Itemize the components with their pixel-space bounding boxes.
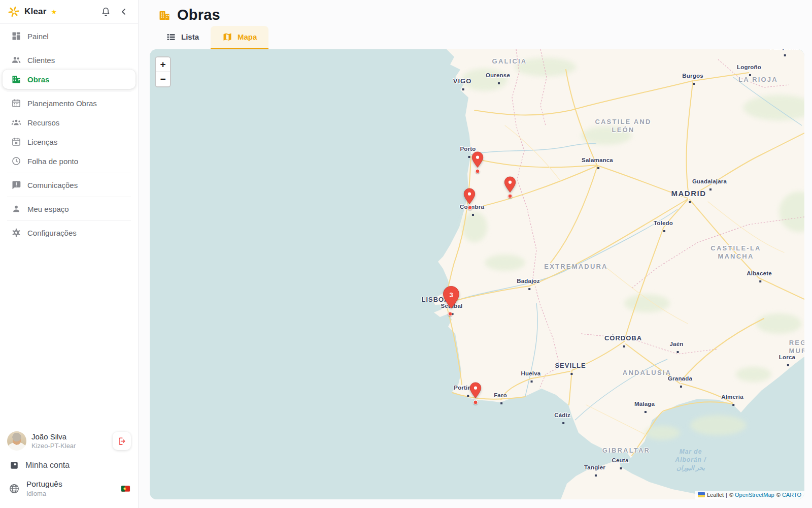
tab-lista[interactable]: Lista (154, 26, 211, 49)
map-canvas[interactable]: Pamplona GALICIA Ourense VIGO Burgos (150, 49, 804, 499)
language-caption: Idioma (26, 489, 62, 498)
sidebar: Klear ★ Painel Clientes Obras (0, 0, 139, 508)
sidebar-item-obras[interactable]: Obras (3, 70, 136, 89)
map-marker-pin[interactable] (504, 176, 517, 193)
sidebar-item-comunicacoes[interactable]: Comunicações (0, 175, 138, 195)
logout-button[interactable] (113, 432, 131, 450)
nav-divider (7, 48, 131, 48)
person-icon (11, 203, 22, 214)
map-marker-anchor-dot (473, 400, 478, 405)
tab-bar: Lista Mapa (154, 26, 268, 49)
portugal-flag-icon (121, 486, 130, 492)
obras-building-icon (158, 9, 171, 21)
account-card-icon (9, 460, 19, 470)
map-icon (222, 32, 232, 42)
sidebar-item-painel[interactable]: Painel (0, 26, 138, 46)
sidebar-nav: Painel Clientes Obras Planejamento Obras… (0, 24, 138, 242)
brand-header: Klear ★ (0, 0, 138, 24)
sidebar-footer: João Silva Kizeo-PT-Klear Minha con (0, 426, 138, 508)
osm-link[interactable]: OpenStreetMap (735, 492, 774, 498)
clock-icon (11, 155, 22, 167)
map-marker-pin[interactable] (469, 382, 482, 399)
nav-divider (7, 220, 131, 221)
klear-logo-icon (7, 5, 20, 18)
user-org: Kizeo-PT-Klear (31, 441, 76, 450)
sidebar-item-licencas[interactable]: Licenças (0, 132, 138, 151)
my-account-label: Minha conta (25, 461, 70, 470)
main-content: Obras Lista Mapa (138, 0, 812, 508)
bell-icon[interactable] (98, 5, 113, 19)
map-attribution: Leaflet | © OpenStreetMap © CARTO (695, 491, 804, 499)
tab-mapa[interactable]: Mapa (211, 26, 268, 49)
logout-icon (117, 436, 127, 446)
language-value: Português (26, 479, 62, 489)
language-selector[interactable]: Português Idioma (0, 475, 138, 502)
my-account-item[interactable]: Minha conta (0, 456, 138, 475)
sidebar-item-clientes[interactable]: Clientes (0, 50, 138, 70)
nav-divider (7, 173, 131, 173)
map-base-layer (150, 49, 804, 499)
nav-divider (7, 91, 131, 91)
map-marker-anchor-dot (476, 169, 480, 174)
svg-text:3: 3 (449, 291, 453, 299)
map-marker-pin[interactable] (471, 151, 484, 168)
gear-icon (11, 227, 22, 238)
sidebar-item-planejamento-obras[interactable]: Planejamento Obras (0, 93, 138, 113)
brand-name: Klear (24, 7, 47, 17)
map-marker-cluster[interactable]: 3 (442, 285, 460, 309)
map-marker-anchor-dot (468, 206, 472, 210)
ukraine-flag-icon (698, 492, 705, 497)
map-marker-pin[interactable] (463, 188, 476, 205)
leaflet-link[interactable]: Leaflet (707, 492, 724, 498)
list-icon (166, 32, 176, 42)
map-marker-anchor-dot (508, 194, 513, 199)
carto-link[interactable]: CARTO (782, 492, 801, 498)
collapse-sidebar-icon[interactable] (117, 5, 131, 19)
page-header: Obras (158, 7, 220, 23)
sidebar-item-recursos[interactable]: Recursos (0, 113, 138, 132)
sidebar-item-configuracoes[interactable]: Configurações (0, 223, 138, 242)
map-marker-anchor-dot (448, 312, 453, 316)
clients-icon (11, 54, 22, 66)
osm-copyright: © OpenStreetMap (729, 492, 774, 498)
building-icon (11, 74, 22, 85)
zoom-out-button[interactable]: − (156, 72, 170, 86)
calendar-icon (11, 98, 22, 109)
page-title: Obras (177, 7, 220, 23)
globe-icon (8, 483, 20, 495)
groups-icon (11, 117, 22, 128)
map-zoom-control: + − (155, 56, 171, 87)
nav-divider (7, 197, 131, 197)
sidebar-item-folha-de-ponto[interactable]: Folha de ponto (0, 151, 138, 171)
dashboard-icon (11, 30, 22, 42)
avatar (7, 431, 26, 451)
carto-copyright: © CARTO (776, 492, 801, 498)
calendar-x-icon (11, 136, 22, 147)
attribution-separator: | (726, 492, 727, 498)
zoom-in-button[interactable]: + (156, 57, 170, 72)
sidebar-item-meu-espaco[interactable]: Meu espaço (0, 199, 138, 218)
user-row[interactable]: João Silva Kizeo-PT-Klear (0, 426, 138, 456)
user-name: João Silva (31, 432, 76, 441)
star-icon: ★ (51, 8, 57, 16)
announcement-icon (11, 179, 22, 190)
